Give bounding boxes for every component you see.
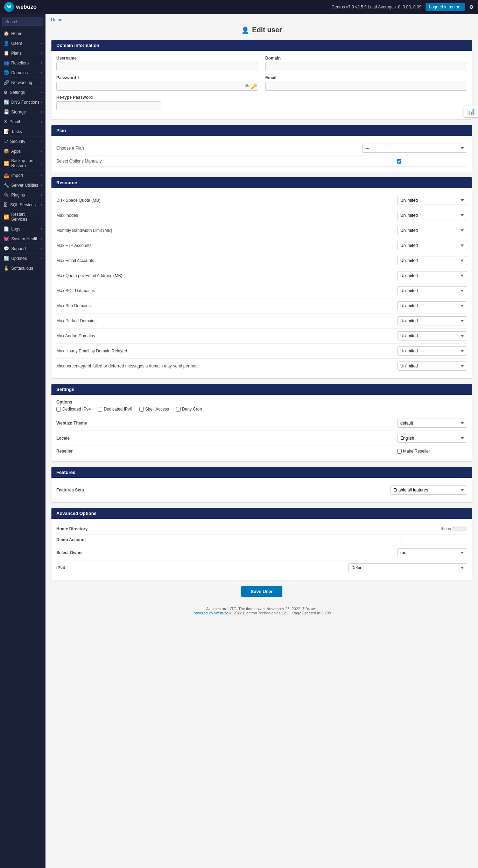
resource-select-6[interactable]: Unlimited [397,286,467,295]
resource-select-4[interactable]: Unlimited [397,256,467,265]
sidebar-item-support[interactable]: 💬 Support › [0,244,45,254]
domain-input[interactable] [265,62,467,71]
sidebar-item-logs[interactable]: 📄 Logs › [0,224,45,234]
footer-page-created: Page Created In:0.709 [292,611,331,615]
resource-select-9[interactable]: Unlimited [397,331,467,340]
make-reseller-label[interactable]: Make Reseller [397,449,467,454]
sidebar-item-import[interactable]: 📥 Import › [0,171,45,180]
locale-select[interactable]: English [397,434,467,443]
sidebar-item-security[interactable]: 🛡 Security › [0,137,45,146]
make-reseller-text: Make Reseller [403,449,430,454]
email-label: Email [265,75,467,80]
sidebar-item-home[interactable]: 🏠 Home [0,29,45,39]
sidebar-item-domains[interactable]: 🌐 Domains › [0,68,45,78]
logged-in-button[interactable]: Logged in as root [426,3,465,11]
sidebar-item-settings[interactable]: ⚙ Settings › [0,88,45,97]
sidebar-item-softaculous[interactable]: 🏅 Softaculous [0,263,45,273]
powered-by-link[interactable]: Powered By Webuzo [192,611,229,615]
resource-select-3[interactable]: Unlimited [397,241,467,250]
checkbox-label-deny-cron[interactable]: Deny Cron [176,407,202,412]
advanced-header: Advanced Options [51,508,472,519]
sidebar-item-plans[interactable]: 📋 Plans › [0,48,45,58]
sidebar-item-label-networking: 🔗 Networking [3,80,32,85]
resource-select-8[interactable]: Unlimited [397,316,467,325]
features-sets-select[interactable]: Enable all features [390,485,467,495]
resource-body: Disk Space Quota (MB) Unlimited Max Inod… [51,188,472,378]
settings-nav-icon[interactable]: ⚙ [469,4,474,10]
resource-row: Monthly Bandwidth Limit (MB) Unlimited [56,223,467,238]
checkbox-text-shell-access: Shell Access [145,407,169,412]
breadcrumb[interactable]: Home [51,18,472,22]
sidebar-icon-networking: 🔗 [3,80,9,85]
sidebar-item-networking[interactable]: 🔗 Networking › [0,78,45,88]
sidebar-chevron-plans: › [41,51,42,55]
checkbox-dedicated-ipv6[interactable] [98,407,102,412]
sidebar-chevron-users: › [41,41,42,45]
sidebar-item-dns-functions[interactable]: 🔄 DNS Functions › [0,97,45,107]
sidebar-icon-domains: 🌐 [3,70,9,75]
checkbox-shell-access[interactable] [139,407,144,412]
sidebar-item-users[interactable]: 👤 Users › [0,39,45,48]
plan-header: Plan [51,125,472,136]
checkbox-deny-cron[interactable] [176,407,181,412]
username-label: Username [56,56,258,61]
sidebar-item-server-utilities[interactable]: 🔧 Server Utilities › [0,180,45,190]
sidebar-item-updates[interactable]: 🔄 Updates › [0,254,45,263]
demo-label: Demo Account [56,537,397,542]
show-password-icon[interactable]: 👁 [245,83,249,89]
advanced-section: Advanced Options Home Directory /home/ D… [51,508,472,580]
search-input[interactable] [2,18,43,26]
password-input[interactable] [56,82,258,91]
checkbox-label-dedicated-ipv6[interactable]: Dedicated IPv6 [98,407,132,412]
resource-select-1[interactable]: Unlimited [397,211,467,220]
owner-select[interactable]: root [397,548,467,557]
sidebar-item-storage[interactable]: 💾 Storage › [0,107,45,117]
choose-plan-select[interactable]: --- [362,144,467,153]
sidebar-item-email[interactable]: ✉ Email › [0,117,45,127]
locale-row: Locale English [56,431,467,446]
resource-select-0[interactable]: Unlimited [397,196,467,205]
password-email-row: Password ℹ 👁 🔑 Email [56,75,467,91]
sidebar-item-plugins[interactable]: 🔌 Plugins › [0,190,45,200]
resource-select-10[interactable]: Unlimited [397,346,467,356]
sidebar-item-label-dns-functions: 🔄 DNS Functions [3,99,40,105]
username-input[interactable] [56,62,258,71]
resource-row: Max Addon Domains Unlimited [56,329,467,344]
theme-row: Webuzo Theme default [56,416,467,431]
footer-text: All times are UTC. The time now is Novem… [55,607,468,611]
sidebar-chevron-import: › [41,173,42,177]
sidebar-item-sql-services[interactable]: 🗄 SQL Services › [0,200,45,210]
checkbox-label-shell-access[interactable]: Shell Access [139,407,169,412]
sidebar-item-restart-services[interactable]: 🔁 Restart Services [0,210,45,224]
resource-select-5[interactable]: Unlimited [397,271,467,280]
sidebar-icon-plugins: 🔌 [3,192,9,198]
email-input[interactable] [265,82,467,91]
top-navigation: W webuzo Centos v7.9 v3.5.9 Load Average… [0,0,478,14]
resource-select-2[interactable]: Unlimited [397,226,467,235]
sidebar-item-label-plans: 📋 Plans [3,50,22,56]
sidebar-item-label-storage: 💾 Storage [3,109,26,115]
resource-select-7[interactable]: Unlimited [397,301,467,310]
sidebar-icon-updates: 🔄 [3,256,9,261]
theme-select[interactable]: default [397,419,467,428]
sidebar-item-system-health[interactable]: 💓 System Health › [0,234,45,244]
sidebar-icon-support: 💬 [3,246,9,251]
resource-select-11[interactable]: Unlimited [397,361,467,371]
sidebar-icon-apps: 📦 [3,149,9,154]
sidebar-item-resellers[interactable]: 👥 Resellers › [0,58,45,68]
main-content-area: Home 👤 Edit user Domain Information User… [45,14,478,868]
save-user-button[interactable]: Save User [241,586,283,597]
ipv4-select[interactable]: Default [348,563,467,572]
sidebar-item-apps[interactable]: 📦 Apps › [0,146,45,156]
sidebar-item-tasks[interactable]: 📝 Tasks [0,127,45,137]
retype-input[interactable] [56,101,161,110]
float-widget-icon[interactable]: 📊 [464,105,478,118]
demo-account-checkbox[interactable] [397,538,401,542]
resource-row: Max Hourly Email by Domain Relayed Unlim… [56,344,467,359]
sidebar-item-backup[interactable]: 🔀 Backup and Restore › [0,156,45,171]
make-reseller-checkbox[interactable] [397,449,402,454]
checkbox-label-dedicated-ipv4[interactable]: Dedicated IPv4 [56,407,91,412]
select-manually-checkbox[interactable] [397,159,401,164]
checkbox-dedicated-ipv4[interactable] [56,407,61,412]
generate-password-icon[interactable]: 🔑 [251,83,257,89]
